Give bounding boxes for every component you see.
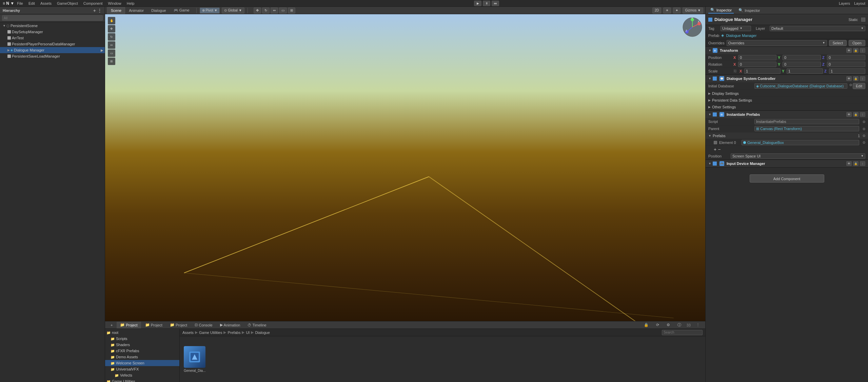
project-item-scripts[interactable]: 📁 Scripts [105, 336, 179, 342]
position-x-input[interactable]: 0 [738, 55, 776, 60]
layout-button[interactable]: Layout [854, 1, 865, 5]
dialogue-system-header[interactable]: ▼ 💬 Dialogue System Controller 👁 🔒 ⋮ [706, 75, 868, 82]
scene-view[interactable]: X Y Z ✋ ✥ ↻ ⇔ ▭ ⊞ [105, 14, 705, 321]
persistent-data-row[interactable]: ▶ Persistent Data Settings [706, 97, 868, 104]
project-item-shaders[interactable]: 📁 Shaders [105, 342, 179, 348]
bottom-tab-animation[interactable]: ▶ Animation [217, 322, 244, 328]
combo-tool[interactable]: ⊞ [288, 7, 295, 14]
play-button[interactable]: ▶ [474, 1, 481, 6]
dsc-lock-btn[interactable]: 🔒 [853, 76, 859, 81]
rotation-z-input[interactable]: 0 [827, 62, 865, 67]
bottom-tab-project1[interactable]: 📁 Project [117, 322, 141, 328]
idm-active-checkbox[interactable] [713, 162, 717, 166]
transform-eye-btn[interactable]: 👁 [846, 48, 852, 53]
other-settings-row[interactable]: ▶ Other Settings [706, 104, 868, 110]
open-button[interactable]: Open [849, 40, 865, 46]
project-item-vefects[interactable]: 📁 Vefects [105, 372, 179, 378]
rect-3d-btn[interactable]: ▭ [108, 49, 115, 57]
tab-scene[interactable]: Scene [107, 7, 125, 14]
add-element-btn[interactable]: + [714, 147, 716, 152]
breadcrumb-dialogue[interactable]: Dialogue [255, 331, 270, 335]
bottom-tab-timeline[interactable]: ⏱ Timeline [244, 322, 270, 328]
move-3d-btn[interactable]: ✥ [108, 25, 115, 33]
bottom-add-btn[interactable]: + [107, 322, 116, 328]
edit-button[interactable]: Edit [853, 83, 865, 89]
project-item-game-utilities[interactable]: 📁 Game Utilities [105, 378, 179, 382]
input-device-header[interactable]: ▼ 🎮 Input Device Manager 👁 🔒 ⋮ [706, 160, 868, 167]
bottom-tab-project3[interactable]: 📁 Project [166, 322, 191, 328]
inspector-tab-2[interactable]: 🔍 Inspector [736, 7, 762, 13]
add-component-button[interactable]: Add Component [750, 174, 824, 183]
pause-button[interactable]: ⏸ [483, 1, 490, 6]
bottom-info-btn[interactable]: ⓘ [674, 322, 685, 328]
hierarchy-item-arrtest[interactable]: ArrTest [0, 35, 105, 41]
project-item-cfxr[interactable]: 📁 cFXR Prefabs [105, 348, 179, 354]
position-dropdown[interactable]: Screen Space UI ▼ [731, 153, 865, 159]
ip-eye-btn[interactable]: 👁 [846, 112, 852, 117]
btn-fx[interactable]: ✦ [673, 7, 680, 14]
tab-animator[interactable]: Animator [125, 7, 147, 14]
ip-lock-btn[interactable]: 🔒 [853, 112, 859, 117]
menu-gameobject[interactable]: GameObject [57, 1, 78, 5]
element-target-btn[interactable]: ⊙ [863, 141, 865, 144]
bottom-lock-btn[interactable]: 🔒 [640, 322, 652, 328]
scale-tool[interactable]: ⇔ [271, 7, 278, 14]
rotation-y-input[interactable]: 0 [783, 62, 821, 67]
position-z-input[interactable]: 0 [827, 55, 865, 60]
ip-menu-btn[interactable]: ⋮ [860, 112, 865, 117]
ip-active-checkbox[interactable] [713, 112, 717, 116]
object-active-checkbox[interactable] [708, 18, 712, 22]
remove-element-btn[interactable]: − [718, 147, 721, 152]
overrides-dropdown[interactable]: Overrides ▼ [727, 40, 827, 46]
rect-tool[interactable]: ▭ [279, 7, 287, 14]
project-item-demo[interactable]: 📁 Demo Assets [105, 354, 179, 360]
bottom-menu-btn[interactable]: ⋮ [693, 322, 703, 328]
scale-z-input[interactable]: 1 [829, 68, 865, 74]
idm-menu-btn[interactable]: ⋮ [860, 161, 865, 166]
dsc-active-checkbox[interactable] [713, 77, 717, 81]
hierarchy-item-persistent-scene[interactable]: ▼ ⬡ PersistentScene [0, 23, 105, 29]
hierarchy-item-save-load[interactable]: PersistentSaveLoadManager [0, 53, 105, 59]
prefabs-size-target[interactable]: ⊙ [863, 134, 865, 137]
inspector-tab-1[interactable]: 🔍 Inspector [708, 7, 734, 14]
global-button[interactable]: ⊙ Global ▼ [222, 7, 244, 14]
scale-x-input[interactable]: 1 [744, 68, 781, 74]
project-item-welcome[interactable]: 📁 Welcome Screen [105, 360, 179, 366]
dsc-eye-btn[interactable]: 👁 [846, 76, 852, 81]
tab-dialogue[interactable]: Dialogue [147, 7, 170, 14]
dsc-menu-btn[interactable]: ⋮ [860, 76, 865, 81]
initial-database-value[interactable]: ◈ Cutscene_DialogueDatabase (Dialogue Da… [754, 83, 847, 89]
bottom-settings-btn[interactable]: ⚙ [663, 322, 673, 328]
hierarchy-item-dialogue-manager[interactable]: ▶ ◈ Dialogue Manager ▶ [0, 47, 105, 53]
rotate-tool[interactable]: ↻ [262, 7, 270, 14]
menu-window[interactable]: Window [108, 1, 121, 5]
menu-edit[interactable]: Edit [28, 1, 35, 5]
breadcrumb-assets[interactable]: Assets [182, 331, 194, 335]
rotate-3d-btn[interactable]: ↻ [108, 33, 115, 41]
db-target-btn[interactable]: ⊙ [849, 83, 852, 89]
move-tool[interactable]: ✥ [254, 7, 261, 14]
transform-menu-btn[interactable]: ⋮ [860, 48, 865, 53]
tag-dropdown[interactable]: Untagged ▼ [721, 26, 751, 31]
step-button[interactable]: ⏭ [492, 1, 499, 6]
breadcrumb-game-utilities[interactable]: Game Utilities [199, 331, 222, 335]
script-value[interactable]: InstantiatePrefabs [754, 119, 859, 124]
transform-lock-btn[interactable]: 🔒 [853, 48, 859, 53]
breadcrumb-ui[interactable]: UI [246, 331, 250, 335]
bottom-tab-console[interactable]: ⊡ Console [191, 322, 216, 328]
bottom-tab-project2[interactable]: 📁 Project [142, 322, 166, 328]
hierarchy-menu-btn[interactable]: ⋮ [97, 8, 102, 13]
parent-target-btn[interactable]: ⊙ [863, 127, 865, 131]
layer-dropdown[interactable]: Default ▼ [770, 26, 865, 31]
script-target-btn[interactable]: ⊙ [863, 120, 865, 124]
hierarchy-add-btn[interactable]: + [93, 8, 96, 13]
layers-button[interactable]: Layers [839, 1, 850, 5]
btn-gizmos[interactable]: Gizmos ▼ [683, 7, 703, 14]
prefab-link[interactable]: Dialogue Manager [726, 34, 756, 38]
parent-value[interactable]: ⊞ Canvas (Rect Transform) [754, 126, 859, 131]
idm-lock-btn[interactable]: 🔒 [853, 161, 859, 166]
asset-general-dialoguebox[interactable]: General_Dia... [182, 345, 207, 374]
tab-game[interactable]: 🎮 Game [170, 7, 193, 14]
hand-tool-btn[interactable]: ✋ [108, 17, 115, 24]
element-checkbox[interactable] [714, 141, 717, 144]
